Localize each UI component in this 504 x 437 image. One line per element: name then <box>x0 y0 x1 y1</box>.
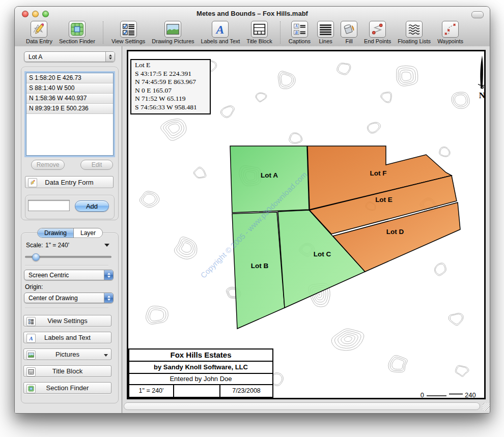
drawing-layer-tabs: Drawing Layer <box>37 228 103 238</box>
toolbar-button-view-settings[interactable]: View Settings <box>111 21 145 44</box>
toolbar-button-floating-lists[interactable]: Floating Lists <box>398 21 431 44</box>
lot-label: Lot B <box>251 262 269 270</box>
scale-bar: 0 240 <box>421 391 476 398</box>
labels-text-icon: A <box>26 334 36 343</box>
floating-lists-icon <box>406 21 423 38</box>
data-entry-form-button[interactable]: Data Entry Form <box>25 176 114 188</box>
section-finder-icon <box>69 21 86 38</box>
toolbar-button-drawing-pictures[interactable]: Drawing Pictures <box>152 21 194 44</box>
divider <box>25 265 108 266</box>
lot-label: Lot F <box>370 169 387 177</box>
title-block-date-cell: 7/23/2008 <box>220 385 272 397</box>
bearing-list-item[interactable]: S 1:58:20 E 426.73 <box>26 73 113 83</box>
svg-text:A: A <box>29 335 33 341</box>
edit-button[interactable]: Edit <box>80 160 113 170</box>
toolbar-separator <box>280 21 281 44</box>
add-input[interactable] <box>28 200 70 211</box>
scale-value[interactable]: 1" = 240' <box>45 242 69 249</box>
horizontal-scrollbar[interactable] <box>124 402 480 410</box>
resize-grip-icon[interactable] <box>483 403 490 411</box>
title-block-icon <box>26 367 36 376</box>
title-block-button[interactable]: Title Block <box>23 365 111 377</box>
bearing-listbox[interactable]: S 1:58:20 E 426.73S 88:1:40 W 500N 1:58:… <box>26 73 114 156</box>
toolbar-button-labels-and-text[interactable]: A Labels and Text <box>201 21 240 44</box>
content-area: Lot A S 1:58:20 E 426.73S 88:1:40 W 500N… <box>15 46 490 413</box>
sidebar-panel-buttons: View Settings A Labels and Text Pictures… <box>23 315 111 394</box>
slider-thumb[interactable] <box>32 253 40 261</box>
toolbar-button-lines[interactable]: Lines <box>317 21 334 44</box>
section-finder-button[interactable]: Section Finder <box>23 382 111 394</box>
bearing-list-item[interactable]: N 1:58:36 W 440.937 <box>26 94 113 104</box>
info-box: Lot E S 43:17:5 E 224.391N 74:45:59 E 86… <box>130 59 211 114</box>
lot-label: Lot A <box>261 171 278 179</box>
info-box-line: S 43:17:5 E 224.391 <box>135 70 206 78</box>
north-arrow: N <box>478 55 484 100</box>
origin-selector[interactable]: Center of Drawing <box>24 293 114 303</box>
tab-layer[interactable]: Layer <box>74 228 102 238</box>
sidebar: Lot A S 1:58:20 E 426.73S 88:1:40 W 500N… <box>15 46 122 413</box>
tab-drawing[interactable]: Drawing <box>38 228 74 238</box>
popup-arrows-icon <box>104 270 113 280</box>
lot-label: Lot C <box>314 250 331 258</box>
lot-polygon-lot-b[interactable] <box>232 212 285 329</box>
toolbar-button-section-finder[interactable]: Section Finder <box>59 21 95 44</box>
scale-bar-start: 0 <box>421 391 424 398</box>
labels-and-text-button[interactable]: A Labels and Text <box>23 332 111 343</box>
pictures-button[interactable]: Pictures <box>23 348 111 360</box>
lots-layer: Lot ALot BLot CLot FLot ELot D <box>230 146 460 329</box>
toolbar-button-waypoints[interactable]: Waypoints <box>437 21 463 44</box>
waypoints-icon <box>442 21 459 38</box>
view-settings-button[interactable]: View Settings <box>23 315 111 327</box>
drawing-canvas[interactable]: Lot ALot BLot CLot FLot ELot D Copyright… <box>127 50 486 399</box>
bearing-list-item[interactable]: N 89:39:19 E 500.236 <box>26 104 113 114</box>
title-block-entered-by: Entered by John Doe <box>129 374 272 385</box>
add-button[interactable]: Add <box>75 200 109 212</box>
info-box-line: N 0 E 165.07 <box>135 86 206 95</box>
data-entry-pencil-icon <box>28 178 37 187</box>
drawing-pictures-icon <box>164 21 181 38</box>
scale-label: Scale: <box>26 242 43 249</box>
lot-label: Lot E <box>375 196 393 203</box>
origin-label: Origin: <box>25 283 43 290</box>
info-box-line: N 71:52 W 65.119 <box>135 95 206 103</box>
toolbar-button-fill[interactable]: Fill <box>341 21 357 44</box>
drawing-pictures-icon <box>26 351 36 360</box>
toolbar-button-end-points[interactable]: End Points <box>364 21 391 44</box>
svg-text:A: A <box>294 24 298 28</box>
svg-text:B: B <box>294 31 298 35</box>
info-box-title: Lot E <box>135 61 206 70</box>
view-settings-icon <box>120 21 137 38</box>
view-settings-icon <box>26 317 36 326</box>
fill-bucket-icon <box>341 21 357 38</box>
scale-bar-end: 240 <box>465 391 476 398</box>
toolbar-toggle-button[interactable] <box>471 11 484 18</box>
app-window: Metes and Bounds – Fox Hills.mabf Data E… <box>14 6 490 414</box>
lines-icon <box>317 21 334 38</box>
titlebar: Metes and Bounds – Fox Hills.mabf <box>15 7 490 21</box>
title-block-subtitle: by Sandy Knoll Software, LLC <box>129 362 272 374</box>
info-box-line: S 74:56:33 W 958.481 <box>135 103 206 112</box>
lot-label: Lot D <box>386 228 404 236</box>
section-finder-icon <box>26 384 36 393</box>
title-block-middle-cell <box>174 385 220 397</box>
info-box-line: N 74:45:59 E 863.967 <box>135 78 206 86</box>
scale-slider[interactable] <box>25 256 111 258</box>
view-mode-selector[interactable]: Screen Centric <box>24 270 114 280</box>
title-block-icon <box>251 21 268 38</box>
data-entry-pencil-icon <box>31 21 47 38</box>
title-block-scale-cell: 1" = 240' <box>129 385 174 397</box>
north-label: N <box>479 91 484 100</box>
title-block-title: Fox Hills Estates <box>129 349 272 362</box>
info-box-lines: S 43:17:5 E 224.391N 74:45:59 E 863.967N… <box>135 70 206 112</box>
window-header: Metes and Bounds – Fox Hills.mabf Data E… <box>15 7 490 47</box>
bearing-list-item[interactable]: S 88:1:40 W 500 <box>26 83 113 94</box>
toolbar-button-title-block[interactable]: Title Block <box>246 21 272 44</box>
toolbar: Data Entry Section Finder View Settings … <box>15 21 490 46</box>
scale-dropdown-arrow-icon[interactable] <box>104 244 109 247</box>
remove-button[interactable]: Remove <box>31 160 65 170</box>
popup-arrows-icon <box>105 52 115 62</box>
toolbar-button-captions[interactable]: AB Captions <box>289 21 311 44</box>
toolbar-button-data-entry[interactable]: Data Entry <box>26 21 52 44</box>
lot-selector[interactable]: Lot A <box>24 51 115 62</box>
labels-text-icon: A <box>212 21 229 38</box>
